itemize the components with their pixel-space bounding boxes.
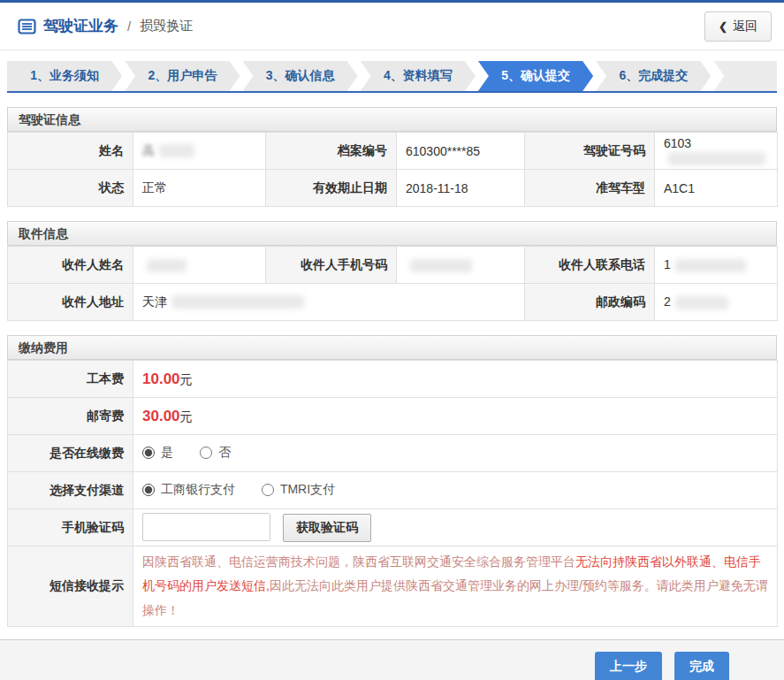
back-button[interactable]: ❮ 返回 [704,11,772,42]
fees-table: 工本费 10.00元 邮寄费 30.00元 是否在线缴费 是 否 [7,360,778,627]
table-row: 选择支付渠道 工商银行支付 TMRI支付 [8,472,778,509]
redacted-blur [171,295,304,309]
page-header: 驾驶证业务 / 损毁换证 ❮ 返回 [0,3,784,50]
step-4-fill-data[interactable]: 4、资料填写 [361,61,476,91]
section-title-pickup: 取件信息 [7,221,777,246]
get-sms-code-button[interactable]: 获取验证码 [283,514,371,542]
radio-option-tmri[interactable]: TMRI支付 [262,482,335,498]
field-label-sms-notice: 短信接收提示 [8,546,133,627]
field-label-name: 姓名 [8,133,133,170]
field-value-postal-code: 2 [655,284,778,321]
field-label-vehicle-class: 准驾车型 [525,170,655,207]
table-row: 姓名 高 档案编号 610300****85 驾驶证号码 6103 [8,133,778,170]
mail-fee-unit: 元 [180,409,193,424]
sms-notice-text: 因陕西省联通、电信运营商技术问题，陕西省互联网交通安全综合服务管理平台无法向持陕… [133,546,778,627]
field-label-sms-code: 手机验证码 [8,509,133,546]
step-2-user-declaration[interactable]: 2、用户申告 [125,61,240,91]
redacted-blur [675,259,746,272]
table-row: 短信接收提示 因陕西省联通、电信运营商技术问题，陕西省互联网交通安全综合服务管理… [8,546,778,627]
step-5-confirm-submit-active[interactable]: 5、确认提交 [478,61,593,91]
table-row: 邮寄费 30.00元 [8,398,778,435]
section-license-info: 驾驶证信息 姓名 高 档案编号 610300****85 驾驶证号码 6103 … [7,107,777,207]
field-label-license-number: 驾驶证号码 [525,133,655,170]
table-row: 收件人地址 天津 邮政编码 2 [8,284,778,321]
redacted-blur [668,152,765,165]
field-value-file-number: 610300****85 [397,133,525,170]
field-value-expiry-date: 2018-11-18 [397,170,525,207]
field-label-status: 状态 [8,170,133,207]
online-payment-options: 是 否 [133,435,778,472]
field-label-postal-code: 邮政编码 [525,284,655,321]
step-3-confirm-info[interactable]: 3、确认信息 [242,61,357,91]
section-pickup-info: 取件信息 收件人姓名 收件人手机号码 收件人联系电话 1 收件人地址 天津 邮政… [7,221,777,321]
field-value-recipient-phone: 1 [655,247,778,284]
visible-prefix: 2 [664,294,671,309]
redacted-blur [675,296,728,309]
step-1-business-notice[interactable]: 1、业务须知 [7,61,122,91]
field-value-mail-fee: 30.00元 [133,398,778,435]
redacted-blur [147,259,186,272]
radio-tmri[interactable] [262,484,274,496]
field-label-online-payment: 是否在线缴费 [8,435,133,472]
step-wizard: 1、业务须知 2、用户申告 3、确认信息 4、资料填写 5、确认提交 6、完成提… [7,61,777,93]
radio-option-no[interactable]: 否 [200,445,231,461]
field-value-license-number: 6103 [655,133,778,170]
field-value-status: 正常 [133,170,266,207]
radio-yes[interactable] [142,447,155,459]
breadcrumb-separator: / [126,19,133,34]
radio-no[interactable] [200,447,212,459]
section-payment-fees: 缴纳费用 工本费 10.00元 邮寄费 30.00元 是否在线缴费 是 [7,335,777,627]
previous-step-button[interactable]: 上一步 [595,652,662,680]
radio-option-icbc[interactable]: 工商银行支付 [142,482,235,498]
pickup-info-table: 收件人姓名 收件人手机号码 收件人联系电话 1 收件人地址 天津 邮政编码 2 [7,246,778,321]
back-button-label: 返回 [733,19,757,34]
field-label-file-number: 档案编号 [266,133,397,170]
license-info-table: 姓名 高 档案编号 610300****85 驾驶证号码 6103 状态 正常 … [7,132,778,207]
field-value-name: 高 [133,133,266,170]
radio-icbc-label: 工商银行支付 [161,482,235,498]
field-label-recipient-name: 收件人姓名 [8,247,133,284]
field-value-vehicle-class: A1C1 [655,170,778,207]
mail-fee-amount: 30.00 [142,408,180,424]
section-title-fees: 缴纳费用 [7,335,777,360]
field-value-recipient-name [133,247,266,284]
visible-prefix: 1 [664,257,671,271]
redacted-text: 高 [142,143,155,157]
radio-option-yes[interactable]: 是 [142,445,173,461]
redacted-blur [410,259,472,272]
field-value-recipient-mobile [397,247,525,284]
payment-channel-options: 工商银行支付 TMRI支付 [133,472,778,509]
field-label-mail-fee: 邮寄费 [8,398,133,435]
license-business-icon [18,19,36,34]
visible-prefix: 天津 [142,294,167,309]
footer-action-bar: 上一步 完成 [0,639,784,680]
finish-button[interactable]: 完成 [674,652,729,680]
field-label-recipient-mobile: 收件人手机号码 [266,247,397,284]
sms-code-cell: 获取验证码 [133,509,778,546]
visible-prefix: 6103 [664,136,691,150]
sms-code-input[interactable] [142,513,270,541]
table-row: 收件人姓名 收件人手机号码 收件人联系电话 1 [8,247,778,284]
breadcrumb-current: 损毁换证 [140,18,193,34]
field-value-recipient-address: 天津 [133,284,525,321]
table-row: 状态 正常 有效期止日期 2018-11-18 准驾车型 A1C1 [8,170,778,207]
field-label-recipient-address: 收件人地址 [8,284,133,321]
radio-no-label: 否 [218,445,231,461]
field-label-expiry-date: 有效期止日期 [266,170,397,207]
field-label-work-fee: 工本费 [8,361,133,398]
field-value-work-fee: 10.00元 [133,361,778,398]
page-title: 驾驶证业务 [43,16,118,36]
chevron-left-icon: ❮ [719,20,727,33]
field-label-payment-channel: 选择支付渠道 [8,472,133,509]
radio-tmri-label: TMRI支付 [280,482,335,498]
redacted-blur [159,144,194,157]
field-label-recipient-phone: 收件人联系电话 [525,247,655,284]
notice-prefix: 因陕西省联通、电信运营商技术问题，陕西省互联网交通安全综合服务管理平台 [142,554,575,569]
table-row: 手机验证码 获取验证码 [8,509,778,546]
work-fee-unit: 元 [180,372,193,386]
work-fee-amount: 10.00 [142,371,180,387]
step-bar-filler [713,61,777,91]
table-row: 是否在线缴费 是 否 [8,435,778,472]
step-6-complete-submit[interactable]: 6、完成提交 [596,61,711,91]
radio-icbc[interactable] [142,484,155,496]
